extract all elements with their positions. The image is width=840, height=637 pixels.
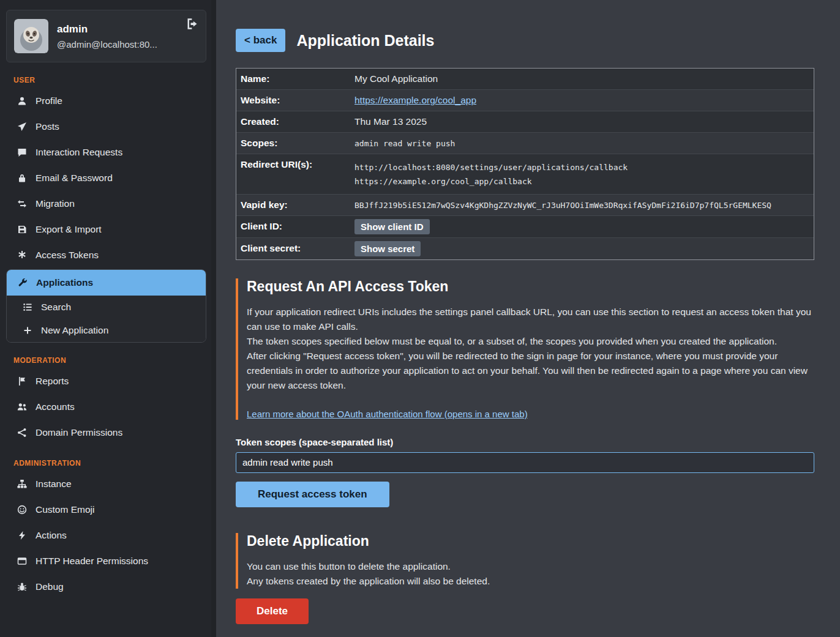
sidebar-item-label: Applications (36, 277, 93, 288)
scopes-value: admin read write push (354, 133, 814, 153)
share-nodes-icon (17, 428, 27, 438)
sidebar-item-access-tokens[interactable]: Access Tokens (6, 242, 206, 268)
table-row-vapid-key: Vapid key: BBJffJ219b5iE512m7wQSzv4KgKDh… (236, 194, 814, 215)
application-details-table: Name: My Cool Application Website: https… (236, 68, 814, 260)
sidebar-item-label: Access Tokens (36, 250, 99, 261)
sidebar-item-label: Interaction Requests (36, 147, 122, 158)
sitemap-icon (17, 479, 27, 489)
sidebar-item-custom-emoji[interactable]: Custom Emoji (6, 497, 206, 523)
sidebar-item-label: Profile (36, 95, 62, 106)
sidebar-item-label: HTTP Header Permissions (36, 556, 148, 567)
table-row-scopes: Scopes: admin read write push (236, 132, 814, 154)
applications-subnav: Search New Application (7, 296, 206, 342)
sidebar-item-migration[interactable]: Migration (6, 191, 206, 217)
sidebar-item-actions[interactable]: Actions (6, 523, 206, 548)
row-label: Redirect URI(s): (236, 154, 354, 175)
sidebar-item-label: Export & Import (36, 224, 102, 235)
sidebar-item-label: Custom Emoji (36, 504, 94, 515)
sidebar-item-debug[interactable]: Debug (6, 574, 206, 600)
plus-icon (23, 326, 32, 335)
sidebar-item-export-import[interactable]: Export & Import (6, 217, 206, 242)
sidebar-item-reports[interactable]: Reports (6, 368, 206, 394)
token-request-heading: Request An API Access Token (247, 278, 814, 295)
back-button[interactable]: < back (236, 29, 285, 52)
sidebar-item-interaction-requests[interactable]: Interaction Requests (6, 140, 206, 165)
token-request-paragraph: After clicking "Request access token", y… (247, 349, 814, 393)
sidebar-item-label: Reports (36, 376, 69, 387)
delete-application-section: Delete Application You can use this butt… (236, 533, 814, 589)
sidebar-item-new-application[interactable]: New Application (7, 319, 206, 342)
redirect-uris-value: http://localhost:8080/settings/user/appl… (354, 154, 814, 194)
table-row-redirect-uris: Redirect URI(s): http://localhost:8080/s… (236, 154, 814, 194)
user-meta: admin @admin@localhost:80... (57, 23, 157, 50)
avatar (14, 19, 48, 53)
sidebar-item-posts[interactable]: Posts (6, 114, 206, 140)
request-access-token-button[interactable]: Request access token (236, 482, 389, 507)
show-client-id-button[interactable]: Show client ID (354, 219, 430, 234)
row-label: Website: (236, 90, 354, 111)
sidebar-item-label: Actions (36, 530, 67, 541)
smiley-icon (17, 505, 27, 515)
sidebar-item-label: Email & Password (36, 173, 113, 184)
sidebar-item-label: Domain Permissions (36, 427, 122, 438)
delete-info-line: You can use this button to delete the ap… (247, 559, 814, 574)
header-card-icon (17, 556, 27, 566)
token-request-section: Request An API Access Token If your appl… (236, 278, 814, 420)
sidebar-item-label: Search (41, 302, 71, 313)
user-icon (17, 96, 27, 106)
table-row-client-id: Client ID: Show client ID (236, 215, 814, 237)
token-request-paragraph: If your application redirect URIs includ… (247, 305, 814, 334)
website-link[interactable]: https://example.org/cool_app (354, 95, 476, 105)
flag-icon (17, 376, 27, 386)
sign-out-icon (186, 18, 198, 30)
floppy-disk-icon (17, 225, 27, 234)
sidebar-item-label: Accounts (36, 401, 75, 412)
sidebar-item-applications-search[interactable]: Search (7, 296, 206, 319)
sidebar-item-email-password[interactable]: Email & Password (6, 165, 206, 191)
delete-application-heading: Delete Application (247, 533, 814, 549)
logout-button[interactable] (186, 18, 198, 32)
sidebar-item-applications[interactable]: Applications (7, 270, 206, 296)
asterisk-icon (17, 250, 27, 260)
sidebar: admin @admin@localhost:80... USER Profil… (0, 0, 211, 637)
delete-button[interactable]: Delete (236, 598, 309, 624)
redirect-uri: https://example.org/cool_app/callback (354, 174, 809, 188)
sidebar-heading-moderation: MODERATION (13, 356, 206, 365)
sidebar-item-accounts[interactable]: Accounts (6, 394, 206, 420)
sidebar-item-label: Posts (36, 121, 59, 132)
page-header: < back Application Details (236, 29, 814, 52)
sidebar-item-label: Migration (36, 198, 75, 209)
show-secret-button[interactable]: Show secret (354, 241, 421, 256)
user-card[interactable]: admin @admin@localhost:80... (6, 10, 206, 62)
main-content: < back Application Details Name: My Cool… (216, 0, 840, 637)
token-request-paragraph: The token scopes specified below must be… (247, 334, 814, 349)
sidebar-item-profile[interactable]: Profile (6, 88, 206, 114)
user-handle: @admin@localhost:80... (57, 39, 157, 50)
sloth-avatar-image (14, 19, 48, 53)
token-scopes-label: Token scopes (space-separated list) (236, 437, 814, 447)
lock-icon (17, 173, 27, 183)
sidebar-item-domain-permissions[interactable]: Domain Permissions (6, 420, 206, 445)
token-scopes-input[interactable] (236, 452, 814, 473)
table-row-client-secret: Client secret: Show secret (236, 237, 814, 259)
sidebar-heading-user: USER (13, 76, 206, 84)
sidebar-heading-administration: ADMINISTRATION (13, 459, 206, 468)
table-row-website: Website: https://example.org/cool_app (236, 89, 814, 111)
sidebar-item-http-header-permissions[interactable]: HTTP Header Permissions (6, 548, 206, 574)
tools-icon (18, 278, 28, 288)
users-icon (17, 402, 27, 412)
comment-icon (17, 147, 27, 157)
bug-icon (17, 582, 27, 592)
username: admin (57, 23, 157, 35)
row-label: Created: (236, 111, 354, 132)
row-label: Vapid key: (236, 195, 354, 215)
applications-group: Applications Search New Application (6, 269, 206, 343)
sidebar-item-instance[interactable]: Instance (6, 471, 206, 497)
row-label: Client secret: (236, 238, 354, 259)
created-value: Thu Mar 13 2025 (354, 111, 814, 132)
application-name-value: My Cool Application (354, 69, 814, 89)
row-label: Client ID: (236, 216, 354, 237)
transfer-arrows-icon (17, 199, 27, 209)
oauth-docs-link[interactable]: Learn more about the OAuth authenticatio… (247, 409, 528, 419)
page-title: Application Details (296, 32, 434, 50)
